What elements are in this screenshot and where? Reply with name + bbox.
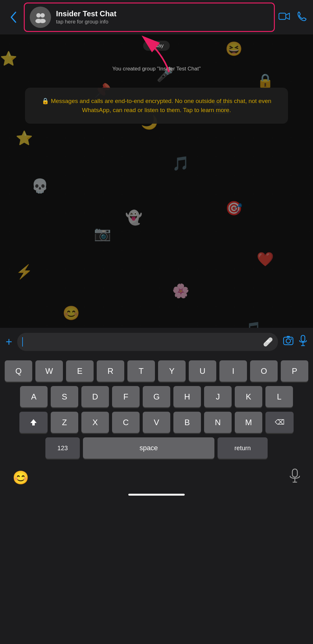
svg-rect-4: [279, 13, 286, 19]
keyboard: Q W E R T Y U I O P A S D F G H J K L: [0, 356, 313, 644]
space-key[interactable]: space: [83, 437, 214, 459]
keyboard-row-3: Z X C V B N M ⌫: [2, 412, 311, 433]
chat-doodles: 😆 ⭐ 🔒 📷 ⭐ 🎵 💀 🎯 📷 ❤️ ⚡ 🌸 😊 🎵 📌 🌙 👻 🎤: [0, 34, 313, 353]
key-e[interactable]: E: [66, 360, 94, 382]
group-text-block: Insider Test Chat tap here for group inf…: [56, 9, 116, 25]
return-key[interactable]: return: [218, 437, 268, 459]
svg-rect-8: [287, 336, 290, 338]
text-cursor: [22, 337, 23, 347]
system-message: You created group "Insider Test Chat": [112, 66, 201, 72]
video-call-button[interactable]: [279, 12, 290, 23]
group-info-button[interactable]: Insider Test Chat tap here for group inf…: [24, 3, 275, 32]
key-f[interactable]: F: [112, 386, 140, 407]
svg-point-1: [40, 13, 45, 18]
encryption-notice[interactable]: 🔒 Messages and calls are end-to-end encr…: [25, 88, 288, 124]
shift-key[interactable]: [19, 412, 48, 433]
encryption-notice-text: 🔒 Messages and calls are end-to-end encr…: [42, 98, 271, 113]
key-s[interactable]: S: [51, 386, 78, 407]
date-badge: Today: [143, 41, 170, 51]
key-i[interactable]: I: [219, 360, 247, 382]
camera-button[interactable]: [283, 335, 294, 348]
key-v[interactable]: V: [143, 412, 170, 433]
key-z[interactable]: Z: [51, 412, 78, 433]
key-x[interactable]: X: [81, 412, 109, 433]
svg-point-7: [286, 339, 290, 343]
voice-input-button[interactable]: [299, 335, 307, 349]
keyboard-bottom-bar: 😊: [0, 463, 313, 489]
key-j[interactable]: J: [204, 386, 232, 407]
key-q[interactable]: Q: [5, 360, 32, 382]
group-name: Insider Test Chat: [56, 9, 116, 18]
group-subtitle: tap here for group info: [56, 19, 116, 25]
chat-background: 😆 ⭐ 🔒 📷 ⭐ 🎵 💀 🎯 📷 ❤️ ⚡ 🌸 😊 🎵 📌 🌙 👻 🎤: [0, 34, 313, 353]
input-bar: + 🩹: [0, 328, 313, 356]
key-w[interactable]: W: [35, 360, 63, 382]
key-k[interactable]: K: [235, 386, 262, 407]
keyboard-row-2: A S D F G H J K L: [2, 386, 311, 407]
sticker-icon[interactable]: 🩹: [263, 337, 273, 347]
keyboard-rows: Q W E R T Y U I O P A S D F G H J K L: [0, 356, 313, 459]
message-input[interactable]: 🩹: [17, 333, 278, 351]
number-key[interactable]: 123: [45, 437, 80, 459]
svg-point-3: [39, 19, 46, 23]
delete-key[interactable]: ⌫: [265, 412, 294, 433]
key-p[interactable]: P: [281, 360, 308, 382]
key-c[interactable]: C: [112, 412, 140, 433]
key-o[interactable]: O: [250, 360, 278, 382]
svg-point-0: [36, 13, 41, 18]
key-l[interactable]: L: [265, 386, 293, 407]
keyboard-mic-button[interactable]: [289, 469, 300, 486]
emoji-button[interactable]: 😊: [13, 470, 29, 485]
group-avatar: [30, 7, 51, 28]
key-u[interactable]: U: [189, 360, 216, 382]
key-a[interactable]: A: [20, 386, 48, 407]
key-b[interactable]: B: [173, 412, 201, 433]
date-badge-text: Today: [143, 41, 170, 51]
svg-rect-6: [284, 337, 293, 345]
key-n[interactable]: N: [204, 412, 232, 433]
key-y[interactable]: Y: [158, 360, 186, 382]
back-button[interactable]: [6, 10, 20, 24]
svg-rect-15: [292, 469, 297, 477]
key-h[interactable]: H: [173, 386, 201, 407]
svg-point-9: [291, 338, 292, 340]
keyboard-row-1: Q W E R T Y U I O P: [2, 360, 311, 382]
key-g[interactable]: G: [143, 386, 170, 407]
home-indicator: [128, 494, 185, 496]
svg-rect-10: [301, 335, 305, 342]
chat-header: Insider Test Chat tap here for group inf…: [0, 0, 313, 34]
key-r[interactable]: R: [97, 360, 124, 382]
key-t[interactable]: T: [127, 360, 155, 382]
keyboard-row-4: 123 space return: [2, 437, 311, 459]
attachment-button[interactable]: +: [6, 335, 12, 348]
voice-call-button[interactable]: [297, 11, 307, 23]
key-d[interactable]: D: [81, 386, 109, 407]
header-actions: [279, 11, 307, 23]
key-m[interactable]: M: [235, 412, 262, 433]
